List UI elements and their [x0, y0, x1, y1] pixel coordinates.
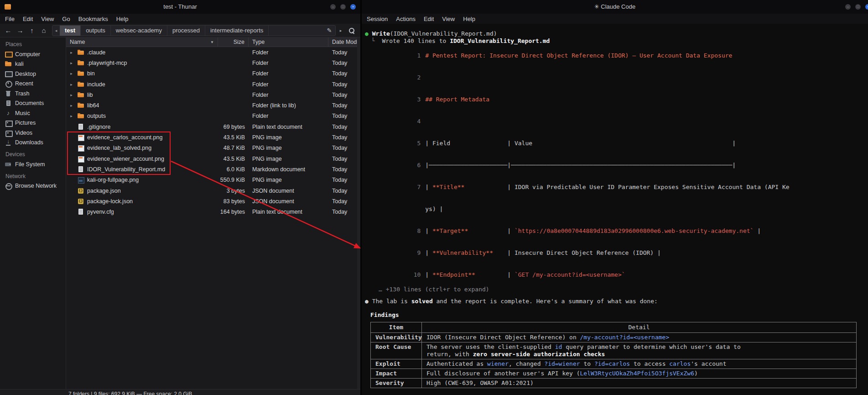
back-button[interactable]: ← [3, 26, 14, 34]
thunar-titlebar[interactable]: test - Thunar – □ × [0, 0, 360, 14]
expander-icon[interactable]: ▸ [68, 71, 74, 76]
menu-item[interactable]: View [438, 16, 459, 22]
sidebar-item[interactable]: Documents [0, 99, 66, 109]
sidebar-item[interactable]: Trash [0, 89, 66, 99]
minimize-button[interactable]: – [330, 4, 336, 10]
file-row[interactable]: ▸ pyvenv.cfg 164 bytes Plain text docume… [66, 206, 360, 217]
tool-result-line: └ Wrote 140 lines to IDOR_Vulnerability_… [365, 37, 864, 45]
expander-icon[interactable]: ▸ [68, 61, 74, 65]
sidebar-item[interactable]: Browse Network [0, 181, 66, 191]
file-name: .playwright-mcp [87, 60, 127, 66]
file-row[interactable]: ▸ evidence_wiener_account.png 43.5 KiB P… [66, 153, 360, 164]
menu-item[interactable]: File [1, 16, 19, 22]
file-row[interactable]: ▸ evidence_lab_solved.png 48.7 KiB PNG i… [66, 143, 360, 153]
menu-item[interactable]: Go [58, 16, 74, 22]
home-button[interactable]: ⌂ [38, 26, 49, 34]
sidebar-item-label: Trash [15, 90, 30, 97]
menu-item[interactable]: Actions [392, 16, 420, 22]
file-row[interactable]: ▸ .gitignore 69 bytes Plain text documen… [66, 121, 360, 132]
menu-item[interactable]: Help [459, 16, 479, 22]
breadcrumb-item[interactable]: processed [167, 26, 205, 36]
menu-item[interactable]: Edit [19, 16, 37, 22]
expander-icon[interactable]: ▸ [68, 82, 74, 87]
sidebar-item-icon [5, 139, 12, 146]
menu-item[interactable]: Edit [420, 16, 438, 22]
column-header-type[interactable]: Type [249, 37, 328, 47]
expander-icon[interactable]: ▸ [68, 103, 74, 108]
crumbs-scroll-left-button[interactable]: ◂ [52, 28, 60, 33]
file-row[interactable]: ▸ include Folder Today [66, 79, 360, 90]
sidebar-item-label: Documents [15, 100, 44, 106]
expand-note: … +130 lines (ctrl+r to expand) [365, 286, 864, 293]
breadcrumb-item[interactable]: websec-academy [111, 26, 167, 36]
expander-icon[interactable]: ▸ [68, 50, 74, 55]
file-icon [77, 144, 84, 152]
file-row[interactable]: ▸ bin Folder Today [66, 68, 360, 79]
close-button[interactable]: × [865, 4, 868, 10]
file-row[interactable]: ▸ .claude Folder Today [66, 47, 360, 58]
close-button[interactable]: × [350, 4, 356, 10]
file-type: Folder [249, 49, 328, 56]
menu-item[interactable]: Session [363, 16, 392, 22]
file-row[interactable]: ▸ .playwright-mcp Folder Today [66, 58, 360, 68]
file-row[interactable]: ▸ outputs Folder Today [66, 111, 360, 121]
sidebar-item[interactable]: File System [0, 159, 66, 169]
file-size: 550.9 KiB [218, 177, 249, 183]
sidebar-item[interactable]: Music [0, 108, 66, 118]
sidebar-item[interactable]: kali [0, 59, 66, 69]
file-row[interactable]: ▸ lib Folder Today [66, 90, 360, 100]
file-row[interactable]: ▸ package.json 3 bytes JSON document Tod… [66, 185, 360, 196]
file-preview-line: 8| **Target** | `https://0a8e0007044889d… [365, 220, 864, 242]
breadcrumb-item[interactable]: intermediate-reports [205, 26, 269, 36]
sidebar-item[interactable]: Computer [0, 49, 66, 59]
expander-icon[interactable]: ▸ [68, 93, 74, 97]
file-type: Plain text document [249, 124, 328, 130]
file-type: Folder [249, 60, 328, 66]
file-name: evidence_wiener_account.png [87, 156, 164, 162]
file-row[interactable]: ▸ evidence_carlos_account.png 43.5 KiB P… [66, 132, 360, 142]
findings-row: Exploit Authenticated as wiener, changed… [371, 359, 857, 369]
file-date: Today [328, 81, 360, 88]
file-name-cell: ▸ lib64 [66, 102, 218, 109]
statusbar: 7 folders | 9 files: 692.9 KiB — Free sp… [0, 389, 360, 395]
scrollbar[interactable] [357, 37, 360, 389]
file-name: evidence_lab_solved.png [87, 145, 151, 151]
sidebar-item[interactable]: Videos [0, 128, 66, 138]
finding-item: Vulnerability [371, 333, 422, 342]
file-icon [77, 49, 84, 56]
crumbs-scroll-right-button[interactable]: ▸ [337, 28, 345, 33]
minimize-button[interactable]: – [845, 4, 851, 10]
desktop: test - Thunar – □ × FileEditViewGoBookma… [0, 0, 868, 395]
menu-item[interactable]: Bookmarks [74, 16, 112, 22]
file-row[interactable]: ▸ IDOR_Vulnerability_Report.md 6.0 KiB M… [66, 164, 360, 174]
sort-descending-icon: ▼ [210, 40, 214, 44]
file-row[interactable]: ▸ kali-org-fullpage.png 550.9 KiB PNG im… [66, 175, 360, 185]
column-header-name[interactable]: Name ▼ [66, 37, 218, 47]
file-icon [77, 112, 84, 120]
file-name-cell: ▸ .gitignore [66, 123, 218, 131]
breadcrumb-item[interactable]: test [60, 26, 81, 36]
path-bar[interactable]: ◂ test outputs websec-academy processed … [52, 25, 336, 36]
sidebar-item[interactable]: Desktop [0, 69, 66, 79]
expander-icon[interactable]: ▸ [68, 114, 74, 118]
column-header-size[interactable]: Size [218, 37, 249, 47]
search-button[interactable] [346, 27, 358, 34]
sidebar-item[interactable]: Pictures [0, 118, 66, 128]
maximize-button[interactable]: □ [855, 4, 861, 10]
up-button[interactable]: ↑ [26, 26, 37, 34]
claude-titlebar[interactable]: ✳ Claude Code – □ × [362, 0, 868, 14]
file-row[interactable]: ▸ package-lock.json 83 bytes JSON docume… [66, 196, 360, 206]
sidebar-item[interactable]: Recent [0, 79, 66, 89]
edit-path-button[interactable]: ✎ [323, 27, 335, 34]
maximize-button[interactable]: □ [340, 4, 346, 10]
file-type: Folder [249, 70, 328, 77]
file-row[interactable]: ▸ lib64 Folder (link to lib) Today [66, 100, 360, 111]
forward-button[interactable]: → [15, 26, 26, 34]
breadcrumb-item[interactable]: outputs [81, 26, 111, 36]
findings-header-row: Item Detail [371, 322, 857, 333]
column-header-date[interactable]: Date Modified [328, 37, 360, 47]
sidebar-item[interactable]: Downloads [0, 138, 66, 148]
menu-item[interactable]: View [37, 16, 58, 22]
file-name: evidence_carlos_account.png [87, 134, 162, 141]
menu-item[interactable]: Help [112, 16, 133, 22]
